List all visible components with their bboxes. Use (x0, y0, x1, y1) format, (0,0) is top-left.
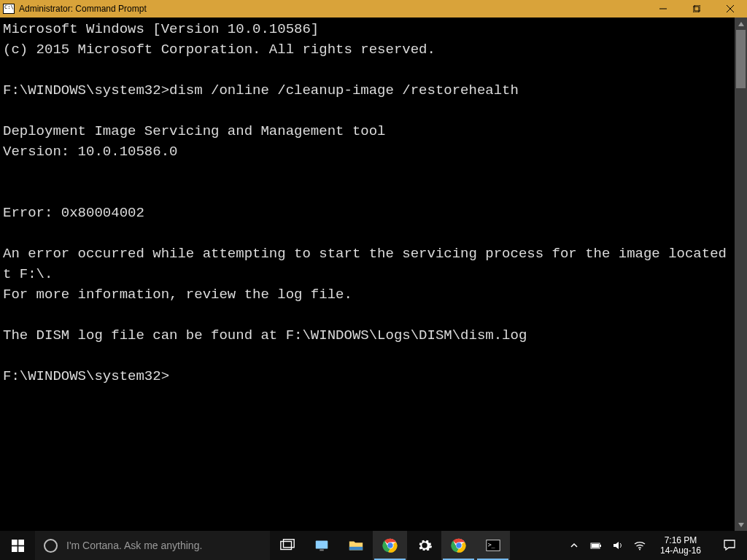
taskbar-app-file-explorer[interactable] (338, 531, 373, 560)
taskbar-app-monitor[interactable] (304, 531, 338, 560)
maximize-button[interactable] (680, 0, 713, 18)
window-title: Administrator: Command Prompt (19, 0, 147, 18)
svg-rect-12 (283, 540, 294, 548)
svg-rect-24 (592, 544, 599, 548)
console-output[interactable]: Microsoft Windows [Version 10.0.10586] (… (0, 18, 747, 531)
svg-rect-2 (694, 5, 700, 11)
svg-rect-15 (349, 547, 362, 551)
tray-network[interactable] (632, 531, 648, 560)
svg-rect-8 (18, 540, 24, 545)
svg-rect-23 (600, 545, 601, 547)
cmd-system-icon (3, 4, 15, 14)
svg-rect-1 (693, 7, 699, 12)
svg-rect-11 (280, 542, 291, 550)
svg-marker-5 (738, 22, 744, 26)
chevron-up-icon (570, 541, 578, 550)
minimize-icon (659, 5, 667, 12)
scrollbar-thumb[interactable] (736, 30, 746, 88)
svg-point-19 (456, 542, 461, 548)
taskbar-app-chrome[interactable] (373, 531, 407, 560)
svg-marker-6 (738, 523, 744, 527)
chrome-icon (451, 537, 467, 553)
svg-rect-13 (315, 541, 328, 549)
window-controls (646, 0, 747, 18)
tray-overflow-button[interactable] (566, 531, 582, 560)
taskbar-app-settings[interactable] (407, 531, 441, 560)
svg-point-17 (387, 542, 392, 548)
chevron-down-icon (738, 522, 744, 528)
close-button[interactable] (713, 0, 747, 18)
speaker-icon (612, 540, 624, 551)
scroll-up-button[interactable] (735, 18, 747, 30)
taskbar-app-chrome-2[interactable] (441, 531, 476, 560)
cortana-icon (44, 539, 58, 553)
task-view-button[interactable] (270, 531, 304, 560)
tray-battery[interactable] (588, 531, 604, 560)
taskbar-app-cmd[interactable]: >_ (476, 531, 510, 560)
chrome-icon (382, 537, 398, 553)
file-explorer-icon (348, 537, 364, 553)
notifications-icon (723, 539, 736, 552)
command-prompt-icon: >_ (485, 537, 501, 553)
start-button[interactable] (0, 531, 35, 560)
cortana-search[interactable]: I'm Cortana. Ask me anything. (35, 531, 270, 560)
task-view-icon (279, 537, 295, 553)
wifi-icon (634, 540, 646, 551)
svg-rect-10 (18, 546, 24, 552)
tray-volume[interactable] (610, 531, 626, 560)
cortana-placeholder: I'm Cortana. Ask me anything. (66, 540, 202, 551)
svg-rect-14 (320, 550, 324, 551)
vertical-scrollbar[interactable] (735, 18, 747, 531)
taskbar-clock[interactable]: 7:16 PM 14-Aug-16 (654, 535, 708, 556)
svg-text:>_: >_ (487, 541, 495, 548)
windows-logo-icon (12, 540, 24, 552)
scroll-down-button[interactable] (735, 518, 747, 531)
close-icon (727, 5, 734, 12)
chevron-up-icon (738, 21, 744, 27)
clock-time: 7:16 PM (659, 535, 702, 545)
battery-icon (590, 540, 602, 551)
clock-date: 14-Aug-16 (659, 545, 702, 556)
restore-icon (693, 5, 700, 12)
taskbar: I'm Cortana. Ask me anything. (0, 531, 747, 560)
svg-rect-7 (12, 540, 18, 545)
window-titlebar[interactable]: Administrator: Command Prompt (0, 0, 747, 18)
taskbar-apps: >_ (270, 531, 510, 560)
console-frame: Microsoft Windows [Version 10.0.10586] (… (0, 18, 747, 531)
svg-rect-9 (12, 546, 18, 552)
svg-point-25 (639, 549, 640, 551)
system-tray: 7:16 PM 14-Aug-16 (562, 531, 747, 560)
monitor-icon (314, 537, 330, 553)
gear-icon (417, 537, 433, 553)
minimize-button[interactable] (646, 0, 680, 18)
action-center-button[interactable] (713, 539, 746, 552)
